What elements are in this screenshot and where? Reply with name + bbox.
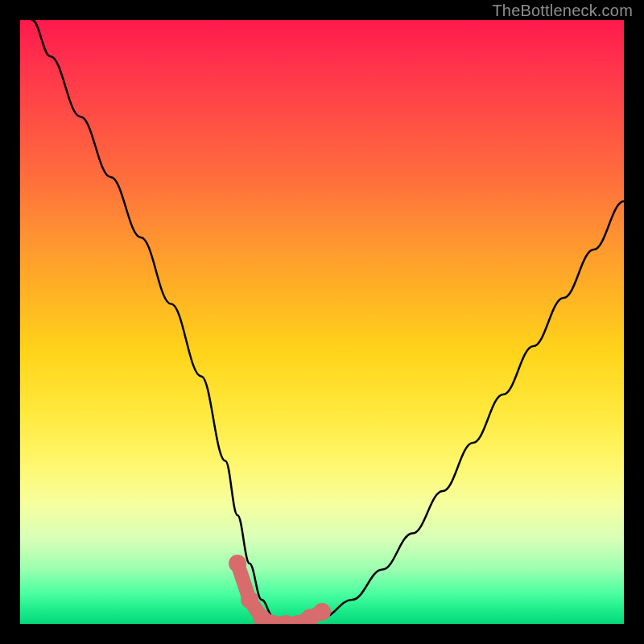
bottleneck-curve [32, 20, 624, 624]
highlight-markers [229, 555, 331, 624]
highlight-marker [241, 591, 258, 609]
curve-layer [20, 20, 624, 624]
watermark-text: TheBottleneck.com [492, 2, 633, 20]
highlight-marker [229, 555, 246, 572]
chart-frame: TheBottleneck.com [0, 0, 644, 644]
highlight-marker [313, 603, 331, 621]
plot-area [20, 20, 624, 624]
